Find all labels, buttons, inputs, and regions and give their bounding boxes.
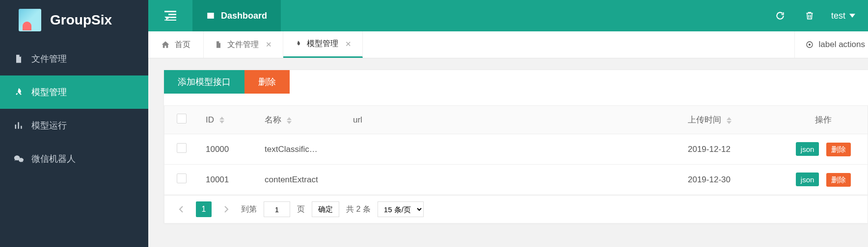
indent-icon	[164, 11, 176, 21]
close-icon[interactable]: ✕	[266, 40, 272, 49]
json-button[interactable]: json	[796, 173, 819, 186]
label-actions-dropdown[interactable]: label actions	[794, 31, 868, 58]
topbar-spacer	[281, 0, 765, 31]
id-card-icon	[206, 11, 215, 20]
page-size-select[interactable]: 15 条/页	[378, 201, 424, 217]
header-time[interactable]: 上传时间	[681, 106, 779, 134]
header-label: 上传时间	[688, 115, 721, 124]
sidebar-item-label: 模型运行	[31, 120, 67, 131]
cell-name: contentExtract	[258, 165, 346, 195]
header-checkbox-cell	[164, 106, 199, 134]
brand-name: GroupSix	[50, 12, 112, 28]
table-row: 10000 textClassific… 2019-12-12 json 删除	[164, 134, 868, 165]
dashboard-tab[interactable]: Dashboard	[192, 0, 281, 31]
header-url[interactable]: url	[346, 106, 681, 134]
json-button[interactable]: json	[796, 142, 819, 156]
sidebar-item-label: 模型管理	[31, 86, 67, 98]
label-actions-text: label actions	[818, 40, 865, 49]
page-number[interactable]: 1	[196, 201, 212, 217]
tab-model-manage[interactable]: 模型管理 ✕	[283, 31, 363, 58]
file-icon	[215, 40, 222, 49]
tab-home[interactable]: 首页	[148, 31, 204, 58]
tabstrip: 首页 文件管理 ✕ 模型管理 ✕ label actions	[148, 31, 868, 58]
content: 添加模型接口 删除	[148, 58, 868, 247]
brand[interactable]: GroupSix	[0, 0, 148, 42]
trash-button[interactable]	[795, 0, 824, 31]
rocket-icon	[294, 40, 302, 49]
row-checkbox[interactable]	[177, 173, 187, 183]
dashboard-label: Dashboard	[221, 11, 267, 21]
header-label: url	[353, 115, 362, 124]
tab-label: 文件管理	[227, 40, 259, 50]
sidebar-item-wechat-bot[interactable]: 微信机器人	[0, 142, 148, 175]
cell-id: 10000	[199, 134, 258, 165]
caret-down-icon	[849, 14, 855, 18]
app-root: GroupSix 文件管理 模型管理 模型运行 微信机器人	[0, 0, 868, 247]
table-row: 10001 contentExtract 2019-12-30 json 删除	[164, 165, 868, 195]
header-name[interactable]: 名称	[258, 106, 346, 134]
sidebar-item-label: 文件管理	[31, 53, 67, 65]
chevron-right-icon	[224, 206, 229, 213]
sidebar-item-model-run[interactable]: 模型运行	[0, 109, 148, 142]
brand-logo	[19, 9, 41, 31]
refresh-icon	[775, 11, 785, 21]
sidebar-item-model-manage[interactable]: 模型管理	[0, 75, 148, 109]
toggle-sidebar-button[interactable]	[148, 0, 192, 31]
next-page-button[interactable]	[218, 201, 234, 217]
cell-id: 10001	[199, 165, 258, 195]
table: ID 名称 url	[164, 105, 868, 196]
sort-icon	[219, 117, 224, 124]
tab-label: 模型管理	[307, 39, 338, 49]
tab-label: 首页	[175, 40, 190, 50]
sidebar-item-file-manage[interactable]: 文件管理	[0, 42, 148, 75]
delete-button[interactable]: 删除	[244, 70, 290, 94]
sort-icon	[727, 117, 732, 124]
cell-name: textClassific…	[258, 134, 346, 165]
wechat-icon	[14, 154, 24, 164]
header-id[interactable]: ID	[199, 106, 258, 134]
cell-time: 2019-12-12	[681, 134, 779, 165]
panel: 添加模型接口 删除	[164, 70, 868, 223]
close-icon[interactable]: ✕	[345, 40, 352, 49]
page-input[interactable]	[264, 201, 290, 217]
cell-url	[346, 165, 681, 195]
trash-icon	[805, 11, 814, 21]
file-icon	[14, 54, 24, 64]
tabstrip-spacer	[363, 31, 794, 58]
row-delete-button[interactable]: 删除	[826, 143, 851, 156]
topbar: Dashboard test	[148, 0, 868, 31]
header-label: 名称	[265, 115, 281, 124]
prev-page-button[interactable]	[173, 201, 189, 217]
username: test	[831, 11, 845, 21]
refresh-button[interactable]	[765, 0, 795, 31]
go-to-label: 到第	[241, 204, 257, 215]
select-all-checkbox[interactable]	[177, 114, 187, 124]
row-delete-button[interactable]: 删除	[826, 173, 851, 187]
header-label: 操作	[815, 115, 832, 124]
pager: 1 到第 页 确定 共 2 条 15 条/页	[164, 196, 868, 223]
add-model-button[interactable]: 添加模型接口	[164, 70, 244, 94]
bar-chart-icon	[14, 121, 24, 130]
cell-time: 2019-12-30	[681, 165, 779, 195]
header-label: ID	[206, 115, 214, 124]
toolbar: 添加模型接口 删除	[164, 70, 868, 94]
chevron-left-icon	[179, 206, 184, 213]
row-checkbox[interactable]	[177, 143, 187, 153]
total-label: 共 2 条	[346, 204, 371, 215]
user-menu[interactable]: test	[824, 0, 868, 31]
sidebar-item-label: 微信机器人	[31, 153, 76, 165]
sort-icon	[287, 117, 292, 124]
go-button[interactable]: 确定	[312, 201, 339, 217]
cell-url	[346, 134, 681, 165]
svg-point-1	[809, 44, 811, 46]
home-icon	[161, 40, 170, 49]
rocket-icon	[14, 87, 24, 97]
tab-file-manage[interactable]: 文件管理 ✕	[204, 31, 283, 58]
header-ops: 操作	[779, 106, 868, 134]
table-header-row: ID 名称 url	[164, 106, 868, 134]
sidebar: GroupSix 文件管理 模型管理 模型运行 微信机器人	[0, 0, 148, 247]
main: Dashboard test 首页 文件管理 ✕	[148, 0, 868, 247]
page-unit-label: 页	[297, 204, 305, 215]
target-icon	[806, 41, 814, 49]
